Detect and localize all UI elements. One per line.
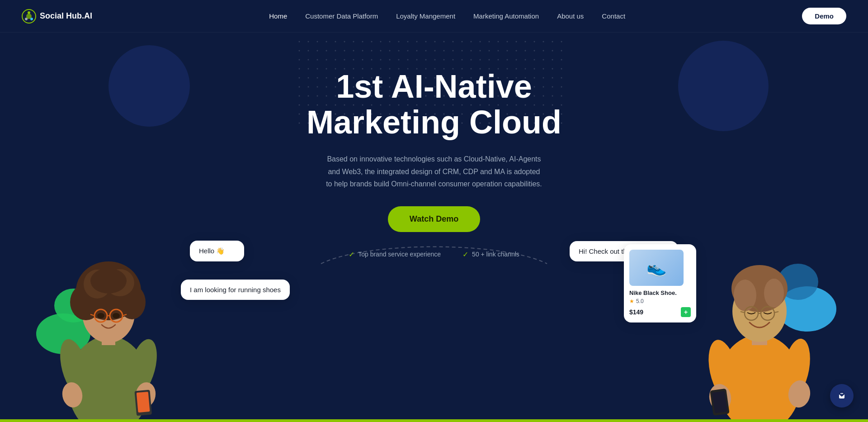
product-image: 👟 (629, 250, 684, 286)
product-price: $149 (629, 308, 643, 316)
svg-point-3 (30, 18, 33, 20)
svg-point-25 (60, 381, 84, 409)
nav-marketing[interactable]: Marketing Automation (473, 12, 539, 20)
nav-cdp[interactable]: Customer Data Platform (305, 12, 378, 20)
svg-point-36 (761, 307, 774, 320)
nav-links: Home Customer Data Platform Loyalty Mang… (269, 12, 625, 20)
chat-widget-icon (836, 390, 848, 402)
green-blob-left-2 (54, 289, 93, 322)
nav-home[interactable]: Home (269, 12, 287, 20)
svg-rect-28 (137, 392, 150, 413)
blue-blob-right-1 (778, 286, 836, 332)
chat-bubble-hello: Hello 👋 (190, 241, 244, 261)
svg-line-38 (741, 312, 745, 313)
check-icon-2: ✓ (462, 250, 468, 259)
svg-point-15 (90, 268, 127, 294)
logo[interactable]: Social Hub.AI (22, 9, 92, 24)
svg-point-10 (76, 261, 141, 320)
hero-subtitle: Based on innovative technologies such as… (326, 153, 542, 190)
svg-point-50 (841, 393, 842, 394)
svg-point-43 (787, 379, 812, 409)
blue-blob-right-2 (778, 264, 818, 300)
woman-svg (27, 214, 190, 422)
svg-point-2 (28, 11, 30, 14)
blob-top-right (678, 41, 769, 131)
product-name: Nike Black Shoe. (629, 289, 691, 296)
svg-line-39 (774, 312, 778, 313)
navbar: Social Hub.AI Home Customer Data Platfor… (0, 0, 868, 33)
svg-rect-30 (752, 326, 767, 345)
nav-loyalty[interactable]: Loyalty Mangement (396, 12, 455, 20)
svg-point-16 (94, 309, 107, 322)
svg-point-31 (732, 280, 787, 342)
add-to-cart-button[interactable]: + (681, 307, 691, 317)
svg-point-13 (84, 270, 111, 299)
man-svg (678, 214, 841, 422)
svg-point-21 (97, 313, 104, 318)
logo-icon (22, 9, 36, 24)
svg-point-41 (779, 337, 814, 399)
hero-checks: ✓ Top brand service experience ✓ 50 + li… (307, 250, 561, 259)
nav-about[interactable]: About us (557, 12, 584, 20)
hero-check-2: ✓ 50 + link channls (462, 250, 519, 259)
svg-point-34 (764, 279, 784, 308)
svg-point-12 (118, 285, 146, 319)
svg-point-42 (708, 383, 733, 413)
svg-line-20 (123, 314, 127, 316)
svg-point-22 (113, 313, 120, 318)
green-blob-left-1 (36, 313, 90, 354)
demo-button[interactable]: Demo (802, 8, 846, 24)
svg-point-7 (68, 336, 149, 422)
chat-bubble-looking: I am looking for running shoes (181, 280, 290, 300)
svg-point-29 (718, 335, 801, 422)
chat-bubble-product: 👟 Nike Black Shoe. ★ 5.0 $149 + (624, 244, 696, 322)
rating-value: 5.0 (636, 298, 644, 304)
check-label-2: 50 + link channls (472, 251, 519, 258)
svg-point-32 (731, 265, 788, 312)
hero-check-1: ✓ Top brand service experience (349, 250, 441, 259)
blob-top-left (108, 45, 190, 127)
svg-point-33 (734, 280, 756, 311)
svg-point-40 (704, 337, 743, 403)
nav-contact[interactable]: Contact (602, 12, 625, 20)
svg-point-17 (110, 309, 123, 322)
svg-point-49 (840, 393, 841, 394)
product-footer: $149 + (629, 307, 691, 317)
svg-point-35 (745, 307, 758, 320)
star-icon: ★ (629, 298, 634, 304)
person-left (27, 214, 190, 422)
brand-name: Social Hub.AI (40, 11, 92, 21)
svg-line-19 (90, 314, 94, 316)
svg-rect-44 (710, 389, 729, 416)
svg-rect-27 (134, 390, 152, 416)
hero-content: 1st AI-Native Marketing Cloud Based on i… (307, 33, 561, 259)
svg-point-23 (55, 336, 94, 399)
svg-point-4 (25, 18, 28, 20)
person-right (678, 214, 841, 422)
svg-point-9 (82, 284, 135, 343)
svg-point-14 (105, 269, 134, 296)
product-rating: ★ 5.0 (629, 298, 691, 304)
bottom-bar (0, 419, 868, 422)
hero-title: 1st AI-Native Marketing Cloud (307, 69, 561, 140)
svg-point-26 (133, 381, 157, 409)
svg-point-51 (842, 393, 843, 394)
check-label-1: Top brand service experience (358, 251, 441, 258)
svg-rect-45 (712, 391, 727, 413)
svg-point-11 (70, 284, 102, 320)
hero-section: 1st AI-Native Marketing Cloud Based on i… (0, 0, 868, 422)
chat-widget-button[interactable] (830, 384, 854, 408)
svg-rect-8 (102, 327, 115, 345)
check-icon-1: ✓ (349, 250, 354, 259)
svg-point-24 (123, 336, 162, 399)
shoe-icon: 👟 (646, 258, 667, 277)
watch-demo-button[interactable]: Watch Demo (388, 206, 480, 232)
